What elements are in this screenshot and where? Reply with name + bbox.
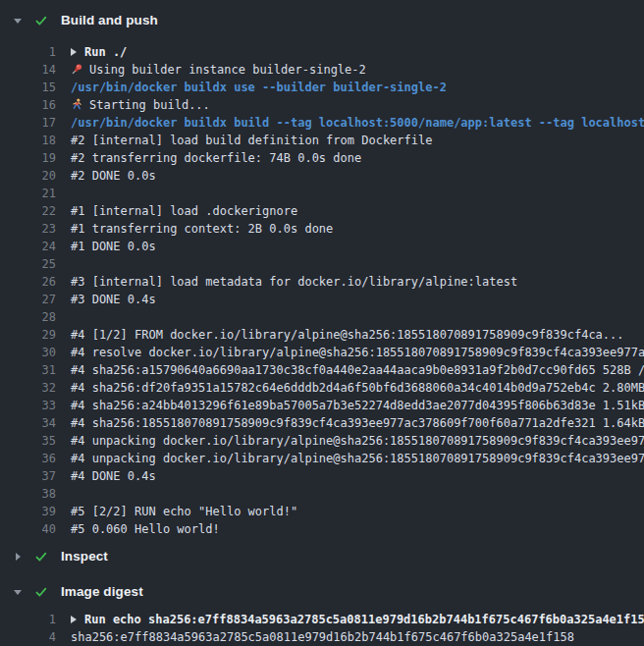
chevron-down-icon[interactable] — [13, 19, 23, 24]
log-line: 35 #4 unpacking docker.io/library/alpine… — [0, 432, 644, 450]
log-line: 22 #1 [internal] load .dockerignore — [0, 202, 644, 220]
line-text: #2 transferring dockerfile: 74B 0.0s don… — [71, 149, 361, 167]
line-number[interactable]: 30 — [0, 344, 56, 361]
log-line: 29 #4 [1/2] FROM docker.io/library/alpin… — [0, 326, 644, 344]
log-line: 26 #3 [internal] load metadata for docke… — [0, 273, 644, 291]
log-line: 1 Run echo sha256:e7ff8834a5963a2785c5a0… — [0, 611, 644, 628]
log-line: 15 /usr/bin/docker buildx use --builder … — [0, 79, 644, 96]
line-number[interactable]: 34 — [0, 414, 56, 432]
log-line: 34 #4 sha256:185518070891758909c9f839cf4… — [0, 414, 644, 432]
log-line: 19 #2 transferring dockerfile: 74B 0.0s … — [0, 149, 644, 167]
log-line: 39 #5 [2/2] RUN echo "Hello world!" — [0, 503, 644, 520]
line-number[interactable]: 38 — [0, 485, 56, 503]
actions-log-panel: Build and push 1 Run ./ 14 Using builder… — [0, 0, 644, 646]
line-text: #4 unpacking docker.io/library/alpine@sh… — [71, 450, 644, 467]
chevron-down-icon[interactable] — [13, 590, 23, 595]
line-text: #3 DONE 0.4s — [71, 291, 156, 308]
log-line: 14 Using builder instance builder-single… — [0, 61, 644, 79]
log-line: 27 #3 DONE 0.4s — [0, 291, 644, 308]
log-line: 31 #4 sha256:a15790640a6690aa1730c38cf0a… — [0, 361, 644, 379]
line-number[interactable]: 16 — [0, 96, 56, 114]
line-number[interactable]: 39 — [0, 503, 56, 520]
log-line: 18 #2 [internal] load build definition f… — [0, 132, 644, 149]
chevron-right-icon[interactable] — [13, 553, 23, 561]
line-text: #1 transferring context: 2B 0.0s done — [71, 220, 333, 238]
check-icon — [34, 550, 48, 564]
runner-icon — [71, 98, 83, 111]
log-line: 24 #1 DONE 0.0s — [0, 238, 644, 255]
line-text: #3 [internal] load metadata for docker.i… — [71, 273, 517, 291]
log-line: 16 Starting build... — [0, 96, 644, 114]
line-text: #4 sha256:df20fa9351a15782c64e6dddb2d4a6… — [71, 379, 644, 397]
group-expand-icon[interactable] — [71, 616, 77, 623]
check-icon — [34, 14, 48, 27]
line-number[interactable]: 26 — [0, 273, 56, 291]
line-text: #1 DONE 0.0s — [71, 238, 156, 255]
line-text: #4 sha256:a15790640a6690aa1730c38cf0a440… — [71, 361, 644, 379]
check-icon — [34, 14, 48, 27]
line-text: Run echo sha256:e7ff8834a5963a2785c5a081… — [71, 611, 644, 628]
line-number[interactable]: 15 — [0, 79, 56, 96]
log-line: 38 — [0, 485, 644, 503]
log-line: 25 — [0, 255, 644, 273]
line-number[interactable]: 36 — [0, 450, 56, 467]
line-text: #4 sha256:a24bb4013296f61e89ba57005a7b3e… — [71, 397, 644, 414]
line-number[interactable]: 18 — [0, 132, 56, 149]
line-number[interactable]: 35 — [0, 432, 56, 450]
line-text: #4 resolve docker.io/library/alpine@sha2… — [71, 344, 644, 361]
log-line: 20 #2 DONE 0.0s — [0, 167, 644, 185]
log-line: 40 #5 0.060 Hello world! — [0, 520, 644, 538]
line-number[interactable]: 28 — [0, 308, 56, 326]
line-text: #5 [2/2] RUN echo "Hello world!" — [71, 503, 297, 520]
line-number[interactable]: 1 — [0, 611, 56, 628]
line-number[interactable]: 24 — [0, 238, 56, 255]
section-title: Inspect — [61, 548, 108, 565]
log-line: 4 sha256:e7ff8834a5963a2785c5a0811e979d1… — [0, 628, 644, 646]
log-line: 1 Run ./ — [0, 43, 644, 61]
section-log-build-and-push: 1 Run ./ 14 Using builder instance build… — [0, 43, 644, 538]
line-text: #5 0.060 Hello world! — [71, 520, 220, 538]
line-number[interactable]: 32 — [0, 379, 56, 397]
log-line: 33 #4 sha256:a24bb4013296f61e89ba57005a7… — [0, 397, 644, 414]
line-number[interactable]: 31 — [0, 361, 56, 379]
line-number[interactable]: 21 — [0, 185, 56, 202]
line-number[interactable]: 4 — [0, 628, 56, 646]
line-text: /usr/bin/docker buildx use --builder bui… — [71, 79, 447, 96]
line-number[interactable]: 25 — [0, 255, 56, 273]
line-number[interactable]: 23 — [0, 220, 56, 238]
log-line: 21 — [0, 185, 644, 202]
check-icon — [34, 585, 48, 599]
line-number[interactable]: 29 — [0, 326, 56, 344]
check-icon — [34, 585, 48, 599]
section-header-build-and-push[interactable]: Build and push — [0, 11, 644, 30]
log-line: 28 — [0, 308, 644, 326]
line-text: Using builder instance builder-single-2 — [71, 61, 366, 79]
line-text: #1 [internal] load .dockerignore — [71, 202, 297, 220]
log-line: 32 #4 sha256:df20fa9351a15782c64e6dddb2d… — [0, 379, 644, 397]
section-header-image-digest[interactable]: Image digest — [0, 582, 644, 602]
line-text: #4 DONE 0.4s — [71, 467, 156, 485]
section-header-inspect[interactable]: Inspect — [0, 547, 644, 566]
line-number[interactable]: 22 — [0, 202, 56, 220]
line-text: Run ./ — [71, 43, 127, 61]
line-number[interactable]: 19 — [0, 149, 56, 167]
line-text: #2 DONE 0.0s — [71, 167, 156, 185]
section-title: Image digest — [61, 583, 143, 601]
line-text: Starting build... — [71, 96, 210, 114]
log-line: 23 #1 transferring context: 2B 0.0s done — [0, 220, 644, 238]
line-number[interactable]: 14 — [0, 61, 56, 79]
line-number[interactable]: 27 — [0, 291, 56, 308]
line-number[interactable]: 33 — [0, 397, 56, 414]
log-line: 37 #4 DONE 0.4s — [0, 467, 644, 485]
line-number[interactable]: 40 — [0, 520, 56, 538]
line-text: /usr/bin/docker buildx build --tag local… — [71, 114, 644, 132]
group-expand-icon[interactable] — [71, 48, 77, 56]
line-text: sha256:e7ff8834a5963a2785c5a0811e979d16b… — [71, 628, 574, 646]
line-number[interactable]: 37 — [0, 467, 56, 485]
line-number[interactable]: 20 — [0, 167, 56, 185]
log-line: 30 #4 resolve docker.io/library/alpine@s… — [0, 344, 644, 361]
line-number[interactable]: 17 — [0, 114, 56, 132]
pin-icon — [71, 63, 83, 76]
line-text: #4 [1/2] FROM docker.io/library/alpine@s… — [71, 326, 624, 344]
line-number[interactable]: 1 — [0, 43, 56, 61]
